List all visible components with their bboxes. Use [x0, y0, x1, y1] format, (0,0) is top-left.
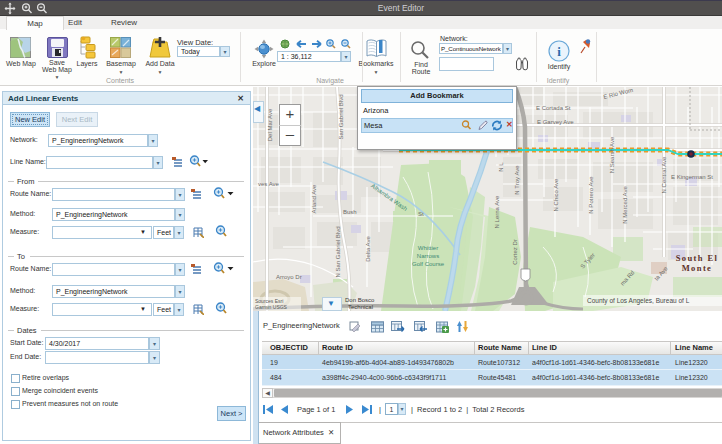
svg-text:ves Ave: ves Ave: [258, 181, 280, 187]
svg-text:Narrows: Narrows: [417, 253, 439, 259]
svg-text:N Searsh Ave: N Searsh Ave: [609, 136, 615, 173]
svg-text:St: St: [418, 211, 424, 217]
svg-text:N Potrero Ave: N Potrero Ave: [588, 176, 594, 214]
svg-text:N Lerna Ave: N Lerna Ave: [494, 195, 500, 229]
svg-text:Whittier: Whittier: [418, 245, 438, 251]
svg-text:N Troy Ave: N Troy Ave: [514, 165, 520, 195]
svg-text:Arroyo Dr: Arroyo Dr: [276, 274, 302, 280]
svg-text:N Chico Ave: N Chico Ave: [553, 178, 559, 212]
svg-text:Technical: Technical: [348, 304, 373, 310]
svg-text:Delta Ave: Delta Ave: [365, 236, 371, 262]
svg-text:Monte: Monte: [682, 263, 713, 273]
svg-text:South El: South El: [676, 253, 719, 263]
svg-text:N Central Ave: N Central Ave: [661, 156, 667, 194]
svg-text:County of Los Angeles, Bureau: County of Los Angeles, Bureau of L: [587, 297, 690, 305]
svg-text:Arland Ave: Arland Ave: [311, 184, 317, 214]
svg-text:E Kingerman St: E Kingerman St: [671, 174, 713, 180]
svg-text:Del Mar Ave: Del Mar Ave: [267, 108, 273, 141]
svg-text:E Garvey Ave: E Garvey Ave: [537, 119, 574, 125]
svg-text:Bush: Bush: [343, 209, 357, 215]
svg-text:Garmin USGS: Garmin USGS: [255, 304, 288, 310]
svg-text:N Merced Ave: N Merced Ave: [622, 186, 628, 224]
svg-text:N L: N L: [498, 162, 504, 172]
svg-text:Cortez Dr: Cortez Dr: [512, 239, 518, 265]
svg-text:San Gabriel Blvd: San Gabriel Blvd: [338, 94, 344, 139]
svg-text:E Cortada St: E Cortada St: [536, 105, 571, 111]
svg-text:N San Gabriel Blvd: N San Gabriel Blvd: [335, 226, 341, 277]
svg-text:Golf Course: Golf Course: [412, 261, 445, 267]
svg-text:Don Bosco: Don Bosco: [345, 297, 375, 303]
svg-text:i: i: [557, 44, 561, 59]
